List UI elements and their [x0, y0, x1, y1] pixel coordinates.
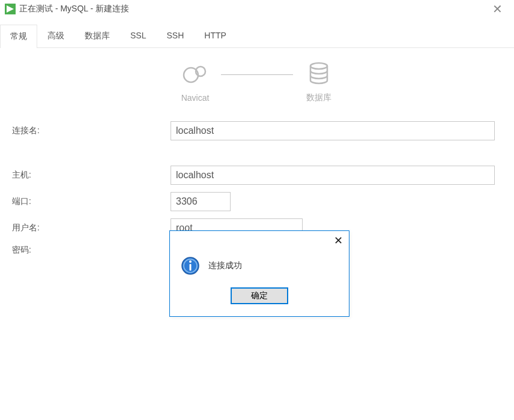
label-port: 端口: — [8, 196, 171, 207]
message-dialog: ✕ 连接成功 确定 — [169, 230, 349, 317]
label-connection-name: 连接名: — [8, 125, 171, 136]
label-host: 主机: — [8, 170, 171, 181]
label-password: 密码: — [8, 245, 171, 256]
tabs: 常规 高级 数据库 SSL SSH HTTP — [0, 18, 514, 48]
input-port[interactable] — [171, 192, 231, 211]
diagram-connector-line — [221, 74, 293, 75]
app-icon — [5, 4, 16, 14]
ok-button[interactable]: 确定 — [231, 287, 288, 304]
database-icon — [305, 60, 333, 88]
dialog-footer: 确定 — [170, 287, 349, 316]
row-connection-name: 连接名: — [8, 121, 506, 140]
connection-diagram: Navicat 数据库 — [8, 60, 506, 103]
dialog-message: 连接成功 — [208, 260, 242, 271]
tab-general[interactable]: 常规 — [0, 25, 37, 48]
dialog-close-icon[interactable]: ✕ — [334, 234, 343, 247]
row-port: 端口: — [8, 192, 506, 211]
label-username: 用户名: — [8, 223, 171, 233]
input-connection-name[interactable] — [171, 121, 495, 140]
tab-database[interactable]: 数据库 — [74, 24, 120, 47]
diagram-database: 数据库 — [305, 60, 333, 103]
content-panel: Navicat 数据库 连接名: 主机: 端口: 用户名: 密码: — [0, 48, 514, 275]
diagram-navicat: Navicat — [181, 61, 210, 103]
row-host: 主机: — [8, 166, 506, 185]
titlebar: 正在测试 - MySQL - 新建连接 ✕ — [0, 0, 514, 18]
svg-point-2 — [310, 63, 327, 69]
input-host[interactable] — [171, 166, 495, 185]
svg-point-6 — [189, 260, 192, 263]
tab-ssl[interactable]: SSL — [120, 24, 156, 47]
dialog-titlebar: ✕ — [170, 231, 349, 250]
svg-rect-5 — [190, 264, 192, 271]
window-close-icon[interactable]: ✕ — [485, 2, 509, 16]
info-icon — [181, 256, 200, 275]
window-title: 正在测试 - MySQL - 新建连接 — [19, 4, 485, 14]
dialog-body: 连接成功 — [170, 250, 349, 287]
tab-http[interactable]: HTTP — [194, 24, 237, 47]
diagram-navicat-label: Navicat — [181, 93, 210, 103]
diagram-database-label: 数据库 — [306, 92, 331, 103]
tab-ssh[interactable]: SSH — [156, 24, 194, 47]
tab-advanced[interactable]: 高级 — [37, 24, 74, 47]
navicat-icon — [181, 61, 209, 88]
